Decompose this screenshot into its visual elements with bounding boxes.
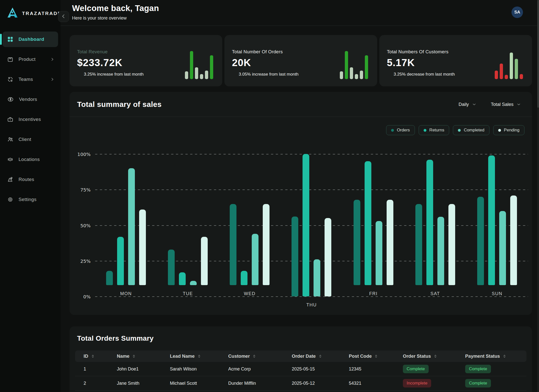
arrow-down-right-icon (232, 72, 236, 77)
bar-pending (510, 195, 517, 285)
sidebar-nav: DashboardProductTeamsVendorsIncentivesCl… (0, 28, 61, 207)
page-subtitle: Here is your store overview (72, 16, 159, 21)
column-header-order-status[interactable]: Order Status (403, 353, 465, 359)
chevron-left-icon (61, 14, 66, 20)
legend-chip-completed[interactable]: Completed (453, 125, 489, 135)
sales-panel-title: Total summary of sales (77, 100, 162, 109)
dropdown-label: Daily (458, 102, 469, 107)
sidebar-item-label: Locations (19, 157, 40, 162)
cell-lead-name: Sarah Wilson (170, 366, 228, 372)
sidebar-item-teams[interactable]: Teams (3, 72, 58, 87)
sidebar-item-dashboard[interactable]: Dashboard (3, 32, 58, 47)
legend-dot (391, 129, 394, 132)
mini-bar (200, 74, 203, 79)
bar-completed (314, 259, 320, 296)
column-label: Name (117, 353, 129, 359)
stat-card-text: Total Revenue $233.72K 3.25% increase fr… (77, 49, 144, 86)
bars (292, 154, 331, 296)
sidebar-item-label: Settings (19, 197, 37, 202)
scrollbar[interactable] (537, 0, 539, 392)
sort-icon (132, 354, 136, 358)
sidebar-item-locations[interactable]: Locations (3, 152, 58, 167)
cell-customer: Dunder Mifflin (228, 381, 292, 386)
stat-card-change: 3.25% decrease from last month (387, 72, 455, 77)
sidebar-item-routes[interactable]: Routes (3, 172, 58, 187)
column-header-post-code[interactable]: Post Code (349, 353, 403, 359)
bar-group-fri: FRI (343, 154, 404, 296)
sidebar-item-product[interactable]: Product (3, 52, 58, 67)
stat-card-value: 20K (232, 57, 299, 68)
bar-returns (179, 272, 186, 285)
stat-card-change: 3.05% increase from last month (232, 72, 299, 77)
table-row[interactable]: 2 Jane Smith Michael Scott Dunder Miffli… (75, 376, 526, 390)
arrow-down-right-icon (387, 72, 391, 77)
sidebar-collapse-button[interactable] (58, 11, 69, 22)
sort-icon (252, 354, 256, 358)
legend-label: Completed (464, 128, 484, 133)
cell-id: 2 (84, 381, 117, 386)
status-badge: Incomplete (403, 379, 431, 387)
cell-post-code: 54321 (349, 381, 403, 386)
stat-card-title: Total Revenue (77, 49, 144, 55)
x-axis-label: SUN (492, 291, 502, 296)
legend-chip-returns[interactable]: Returns (419, 125, 449, 135)
legend-dot (498, 129, 501, 132)
sidebar: TRAZATRADE DashboardProductTeamsVendorsI… (0, 0, 61, 392)
column-header-lead-name[interactable]: Lead Name (170, 353, 228, 359)
bars (354, 154, 393, 285)
filter-dropdown-total-sales[interactable]: Total Sales (491, 102, 521, 107)
chart-legend: Orders Returns Completed Pending (70, 125, 524, 135)
incentives-icon (7, 116, 14, 123)
scrollbar-thumb[interactable] (537, 0, 539, 108)
brand-name: TRAZATRADE (22, 11, 61, 16)
column-label: ID (84, 353, 88, 359)
sort-icon (502, 354, 506, 358)
cell-order-status: Complete (403, 365, 465, 373)
column-header-id[interactable]: ID (84, 353, 117, 359)
sales-panel-header: Total summary of sales Daily Total Sales (70, 92, 532, 117)
column-header-order-date[interactable]: Order Date (292, 353, 349, 359)
sidebar-item-client[interactable]: Client (3, 132, 58, 147)
sidebar-item-settings[interactable]: Settings (3, 192, 58, 207)
stat-card: Total Number Of Orders 20K 3.05% increas… (224, 35, 377, 86)
column-label: Payment Status (465, 353, 500, 359)
column-header-customer[interactable]: Customer (228, 353, 292, 359)
bar-group-tue: TUE (157, 154, 219, 296)
filter-dropdown-daily[interactable]: Daily (458, 102, 476, 107)
y-axis-tick: 0% (70, 294, 91, 299)
legend-chip-orders[interactable]: Orders (386, 125, 415, 135)
bar-orders (106, 271, 113, 285)
app-root: TRAZATRADE DashboardProductTeamsVendorsI… (0, 0, 539, 392)
stat-card-change-text: 3.25% increase from last month (84, 72, 144, 77)
mini-bar (195, 67, 198, 79)
orders-table-body: 1 John Doe1 Sarah Wilson Acme Corp 2025-… (75, 362, 526, 390)
gridline-0 (95, 296, 528, 297)
avatar[interactable]: SA (511, 7, 523, 18)
column-header-payment-status[interactable]: Payment Status (465, 353, 526, 359)
mini-bar (510, 53, 513, 79)
legend-chip-pending[interactable]: Pending (493, 125, 524, 135)
mini-bar (365, 55, 368, 79)
welcome-block: Welcome back, Tagan Here is your store o… (72, 4, 159, 21)
bar-completed (190, 281, 197, 285)
sidebar-item-vendors[interactable]: Vendors (3, 92, 58, 107)
bar-completed (376, 221, 382, 285)
bar-completed (499, 211, 506, 285)
sort-icon (433, 354, 437, 358)
routes-icon (7, 176, 14, 183)
stat-mini-chart (340, 51, 368, 79)
mini-bar (515, 59, 518, 79)
y-axis-tick: 50% (70, 223, 91, 228)
cell-order-date: 2025-05-12 (292, 381, 349, 386)
sidebar-item-incentives[interactable]: Incentives (3, 112, 58, 127)
x-axis-label: SAT (430, 291, 440, 296)
stat-card: Total Revenue $233.72K 3.25% increase fr… (70, 35, 222, 86)
page-header: Welcome back, Tagan Here is your store o… (61, 0, 539, 26)
stat-card-value: $233.72K (77, 57, 144, 68)
mini-bar (190, 51, 193, 79)
dropdown-label: Total Sales (491, 102, 514, 107)
table-row[interactable]: 1 John Doe1 Sarah Wilson Acme Corp 2025-… (75, 362, 526, 376)
column-header-name[interactable]: Name (117, 353, 170, 359)
mini-bar (495, 71, 498, 79)
status-badge: Complete (403, 365, 429, 373)
